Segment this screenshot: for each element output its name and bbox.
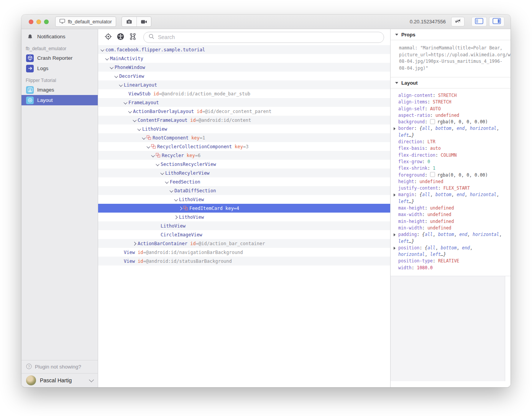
tree-row[interactable]: FeedSection <box>98 177 390 186</box>
sidebar-item-logs[interactable]: Logs <box>21 63 98 74</box>
hierarchy-view-button[interactable] <box>128 32 138 42</box>
toggle-right-panel-button[interactable] <box>489 17 504 26</box>
chevron-down-icon[interactable] <box>174 195 179 204</box>
layout-section-header[interactable]: Layout <box>391 77 511 88</box>
layout-prop-row[interactable]: max-height: undefined <box>391 205 507 211</box>
tree-row[interactable]: FrameLayout <box>98 98 390 107</box>
expand-triangle-icon[interactable] <box>394 247 396 250</box>
layout-prop-row[interactable]: position-type: RELATIVE <box>391 258 507 264</box>
layout-prop-row[interactable]: align-content: STRETCH <box>391 92 507 99</box>
props-content: mammal: "MarineMammal(title=Polar Bear,p… <box>391 40 511 77</box>
sidebar-item-crash-reporter[interactable]: Crash Reporter <box>21 53 98 63</box>
zoom-window-button[interactable] <box>44 20 49 24</box>
tree-row[interactable]: MainActivity <box>98 54 390 63</box>
tree-row[interactable]: SectionsRecyclerView <box>98 160 390 169</box>
tree-row[interactable]: RootComponent key=1 <box>98 133 390 142</box>
tree-row[interactable]: CircleImageView <box>98 230 390 239</box>
layout-prop-row[interactable]: flex-grow: 0 <box>391 159 507 165</box>
plugin-help-link[interactable]: ? Plugin not showing? <box>21 360 98 373</box>
layout-prop-row[interactable]: flex-direction: COLUMN <box>391 152 507 159</box>
tree-row[interactable]: com.facebook.flipper.sample.tutorial <box>98 45 390 54</box>
layout-prop-row[interactable]: height: undefined <box>391 179 507 185</box>
chevron-down-icon[interactable] <box>133 116 137 124</box>
chevron-down-icon[interactable] <box>170 186 174 195</box>
tree-row[interactable]: Recycler key=6 <box>98 151 390 160</box>
tree-row[interactable]: PhoneWindow <box>98 63 390 72</box>
chevron-right-icon[interactable] <box>133 239 137 248</box>
layout-prop-row[interactable]: direction: LTR <box>391 139 507 145</box>
tree-row[interactable]: ViewStub id=@android:id/action_mode_bar_… <box>98 89 390 98</box>
layout-prop-row[interactable]: flex-shrink: 1 <box>391 165 507 172</box>
tree-row[interactable]: LithoView <box>98 124 390 133</box>
layout-prop-row[interactable]: align-self: AUTO <box>391 106 507 112</box>
layout-prop-row[interactable]: background: rgba(0, 0, 0, 0.00) <box>391 119 507 125</box>
tree-row[interactable]: ActionBarOverlayLayout id=@id/decor_cont… <box>98 107 390 116</box>
search-input[interactable] <box>157 34 379 41</box>
tree-row[interactable]: LithoView <box>98 221 390 230</box>
tree-row[interactable]: LithoView <box>98 213 390 221</box>
search-icon <box>148 33 154 41</box>
device-selector-tab[interactable]: fb_default_emulator <box>55 16 116 27</box>
chevron-down-icon[interactable] <box>115 72 119 80</box>
tree-node-name: com.facebook.flipper.sample.tutorial <box>105 47 205 52</box>
tree-row[interactable]: LithoView <box>98 195 390 204</box>
chevron-down-icon[interactable] <box>142 133 146 142</box>
chevron-down-icon[interactable] <box>124 98 128 107</box>
screenshot-button[interactable] <box>122 17 136 26</box>
target-mode-button[interactable] <box>103 32 113 42</box>
expand-triangle-icon[interactable] <box>394 127 396 130</box>
chevron-down-icon[interactable] <box>105 54 110 63</box>
layout-prop-row[interactable]: margin: {all, bottom, end, horizontal, l… <box>391 192 507 205</box>
chevron-down-icon[interactable] <box>151 151 156 160</box>
close-window-button[interactable] <box>29 20 33 24</box>
layout-prop-row[interactable]: position: {all, bottom, end, horizontal,… <box>391 245 507 258</box>
user-menu[interactable]: Pascal Hartig <box>21 373 98 387</box>
chevron-down-icon[interactable] <box>165 177 169 186</box>
tree-row[interactable]: ContentFrameLayout id=@android:id/conten… <box>98 116 390 124</box>
layout-prop-row[interactable]: flex-basis: auto <box>391 145 507 152</box>
sidebar-item-layout[interactable]: Layout <box>21 95 98 105</box>
chevron-down-icon[interactable] <box>138 124 142 133</box>
props-section-header[interactable]: Props <box>391 29 511 40</box>
layout-prop-row[interactable]: justify-content: FLEX_START <box>391 185 507 192</box>
layout-prop-row[interactable]: border: {all, bottom, end, horizontal, l… <box>391 125 507 139</box>
toggle-left-panel-button[interactable] <box>471 17 487 26</box>
chevron-down-icon[interactable] <box>128 107 133 116</box>
layout-prop-row[interactable]: min-width: undefined <box>391 225 507 231</box>
accessibility-mode-button[interactable] <box>115 32 125 42</box>
tree-row[interactable]: View id=@android:id/statusBarBackground <box>98 257 390 265</box>
layout-prop-row[interactable]: padding: {all, bottom, end, horizontal, … <box>391 231 507 245</box>
tree-row[interactable]: View id=@android:id/navigationBarBackgro… <box>98 248 390 257</box>
expand-triangle-icon[interactable] <box>394 233 396 236</box>
tree-row[interactable]: FeedItemCard key=4 <box>98 204 390 213</box>
layout-prop-row[interactable]: align-items: STRETCH <box>391 99 507 105</box>
tree-row[interactable]: LithoRecylerView <box>98 169 390 177</box>
chevron-down-icon[interactable] <box>110 63 114 72</box>
layout-prop-row[interactable]: min-height: undefined <box>391 218 507 225</box>
layout-prop-row[interactable]: aspect-ratio: undefined <box>391 112 507 119</box>
report-bug-button[interactable] <box>451 17 465 26</box>
tree-row[interactable]: DataDiffSection <box>98 186 390 195</box>
screen-record-button[interactable] <box>136 17 151 26</box>
minimize-window-button[interactable] <box>36 20 41 24</box>
titlebar: fb_default_emulator 0.20.152347556 <box>21 15 511 29</box>
chevron-down-icon[interactable] <box>161 169 165 177</box>
layout-prop-row[interactable]: max-width: undefined <box>391 211 507 218</box>
layout-prop-row[interactable]: width: 1080.0 <box>391 265 507 271</box>
chevron-down-icon[interactable] <box>147 142 151 151</box>
chevron-down-icon[interactable] <box>101 45 105 54</box>
tree-row[interactable]: ActionBarContainer id=@id/action_bar_con… <box>98 239 390 248</box>
tree-row[interactable]: DecorView <box>98 72 390 80</box>
sidebar-item-notifications[interactable]: Notifications <box>21 31 98 42</box>
tree-row[interactable]: RecyclerCollectionComponent key=3 <box>98 142 390 151</box>
layout-prop-row[interactable]: foreground: rgba(0, 0, 0, 0.00) <box>391 172 507 179</box>
sidebar-item-images[interactable]: Images <box>21 85 98 95</box>
plugin-help-label: Plugin not showing? <box>35 364 81 370</box>
chevron-right-icon[interactable] <box>179 204 183 213</box>
chevron-down-icon[interactable] <box>119 80 123 89</box>
chevron-right-icon[interactable] <box>174 213 179 221</box>
tree-row[interactable]: LinearLayout <box>98 80 390 89</box>
chevron-down-icon[interactable] <box>156 160 160 169</box>
expand-triangle-icon[interactable] <box>394 193 396 197</box>
search-box[interactable] <box>143 32 384 43</box>
